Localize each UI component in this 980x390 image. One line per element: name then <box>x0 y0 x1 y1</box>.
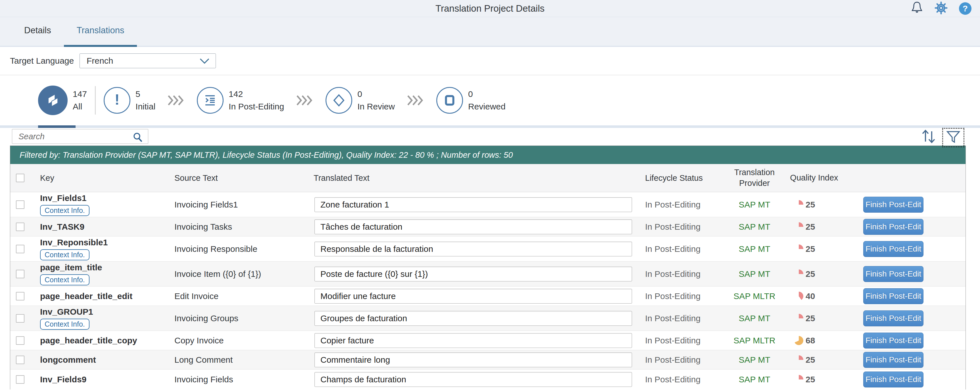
tab-translations[interactable]: Translations <box>64 25 137 46</box>
lifecycle-status: In Post-Editing <box>645 291 700 301</box>
funnel-stage-reviewed[interactable]: 0Reviewed <box>436 87 506 114</box>
quality-index-value: 25 <box>806 313 815 323</box>
lifecycle-status: In Post-Editing <box>645 244 700 254</box>
quality-index-icon <box>794 355 803 364</box>
lifecycle-status: In Post-Editing <box>645 269 700 278</box>
lifecycle-status: In Post-Editing <box>645 313 700 323</box>
stage-label: Reviewed <box>468 102 506 112</box>
translations-table: Filtered by: Translation Provider (SAP M… <box>10 145 966 390</box>
quality-index-value: 40 <box>806 291 815 301</box>
row-checkbox[interactable] <box>16 200 24 209</box>
funnel-separator <box>95 86 96 115</box>
row-checkbox[interactable] <box>16 336 24 345</box>
quality-index-value: 25 <box>806 200 815 209</box>
search-input[interactable] <box>12 129 148 144</box>
target-language-select[interactable]: French <box>80 53 216 68</box>
table-row: longcomment Long Comment In Post-Editing… <box>10 350 966 369</box>
translation-provider: SAP MT <box>738 222 770 232</box>
search-icon[interactable] <box>132 132 143 143</box>
row-checkbox[interactable] <box>16 356 24 364</box>
stage-label: In Review <box>357 102 395 112</box>
finish-post-edit-button[interactable]: Finish Post-Edit <box>863 266 923 282</box>
lifecycle-status: In Post-Editing <box>645 375 700 384</box>
funnel-stage-all[interactable]: 147All <box>38 86 87 115</box>
source-text: Edit Invoice <box>174 291 218 301</box>
column-header-key: Key <box>30 173 173 183</box>
finish-post-edit-button[interactable]: Finish Post-Edit <box>863 288 923 304</box>
row-key: page_item_title <box>40 263 102 272</box>
quality-index-icon <box>794 375 803 384</box>
translation-provider: SAP MLTR <box>733 336 775 345</box>
column-header-translation-provider: Translation Provider <box>722 167 787 189</box>
row-key: Inv_Reponsible1 <box>40 238 108 247</box>
funnel-selection-strip <box>0 125 980 128</box>
translation-provider: SAP MT <box>738 269 770 278</box>
translated-text-input[interactable] <box>315 333 632 348</box>
quality-index-icon <box>794 200 803 209</box>
quality-index-icon <box>794 336 803 345</box>
funnel-stage-post-editing[interactable]: 142In Post-Editing <box>197 87 284 114</box>
context-info-button[interactable]: Context Info. <box>40 249 89 261</box>
context-info-button[interactable]: Context Info. <box>40 319 89 330</box>
translated-text-input[interactable] <box>315 289 632 304</box>
source-text: Invoicing Fields <box>174 375 233 384</box>
sort-icon[interactable] <box>920 128 937 145</box>
stage-count: 142 <box>229 89 284 99</box>
finish-post-edit-button[interactable]: Finish Post-Edit <box>863 241 923 257</box>
finish-post-edit-button[interactable]: Finish Post-Edit <box>863 332 923 348</box>
row-checkbox[interactable] <box>16 270 24 278</box>
row-checkbox[interactable] <box>16 292 24 300</box>
finish-post-edit-button[interactable]: Finish Post-Edit <box>863 371 923 387</box>
quality-index-value: 25 <box>806 375 815 384</box>
table-row: Inv_Fields9 Invoicing Fields In Post-Edi… <box>10 369 966 390</box>
row-checkbox[interactable] <box>16 375 24 384</box>
tab-details[interactable]: Details <box>11 25 64 46</box>
funnel-stage-initial[interactable]: ! 5Initial <box>104 87 155 114</box>
source-text: Invoicing Groups <box>174 313 238 323</box>
arrow-chevrons-icon <box>407 94 425 107</box>
stage-count: 147 <box>73 89 87 99</box>
row-checkbox[interactable] <box>16 314 24 323</box>
quality-index-icon <box>794 222 803 232</box>
row-key: Inv_TASK9 <box>40 222 84 232</box>
page-title: Translation Project Details <box>436 3 544 14</box>
finish-post-edit-button[interactable]: Finish Post-Edit <box>863 310 923 326</box>
stage-label: All <box>73 102 87 112</box>
help-icon[interactable]: ? <box>959 2 972 15</box>
translated-text-input[interactable] <box>315 197 632 212</box>
finish-post-edit-button[interactable]: Finish Post-Edit <box>863 352 923 368</box>
quality-index-value: 68 <box>806 336 815 345</box>
finish-post-edit-button[interactable]: Finish Post-Edit <box>863 219 923 235</box>
funnel-stage-in-review[interactable]: 0In Review <box>326 87 395 114</box>
row-key: longcomment <box>40 355 96 365</box>
settings-gear-icon[interactable] <box>935 2 948 16</box>
select-all-checkbox[interactable] <box>16 174 24 182</box>
table-header-row: Key Source Text Translated Text Lifecycl… <box>10 164 966 192</box>
column-header-source-text: Source Text <box>173 173 313 183</box>
shell-header: Translation Project Details ? <box>0 0 980 17</box>
table-row: page_header_title_copy Copy Invoice In P… <box>10 331 966 350</box>
translated-text-input[interactable] <box>315 372 632 387</box>
translated-text-input[interactable] <box>315 219 632 234</box>
post-edit-list-icon <box>203 93 218 108</box>
translated-text-input[interactable] <box>315 267 632 281</box>
translated-text-input[interactable] <box>315 352 632 367</box>
square-icon <box>442 93 457 108</box>
stage-label: Initial <box>135 102 155 112</box>
translated-text-input[interactable] <box>315 241 632 256</box>
finish-post-edit-button[interactable]: Finish Post-Edit <box>863 197 923 213</box>
lifecycle-status: In Post-Editing <box>645 355 700 364</box>
row-checkbox[interactable] <box>16 245 24 253</box>
context-info-button[interactable]: Context Info. <box>40 274 89 285</box>
stage-label: In Post-Editing <box>229 102 284 112</box>
exclamation-icon: ! <box>115 92 119 109</box>
search-field <box>12 129 148 144</box>
context-info-button[interactable]: Context Info. <box>40 205 89 216</box>
notifications-bell-icon[interactable] <box>911 1 923 16</box>
translated-text-input[interactable] <box>315 311 632 326</box>
row-checkbox[interactable] <box>16 222 24 231</box>
filter-icon[interactable] <box>942 128 964 147</box>
status-funnel: 147All ! 5Initial 142In Post-Editing 0In… <box>0 75 980 125</box>
quality-index-icon <box>794 292 803 301</box>
quality-index-value: 25 <box>806 355 815 365</box>
